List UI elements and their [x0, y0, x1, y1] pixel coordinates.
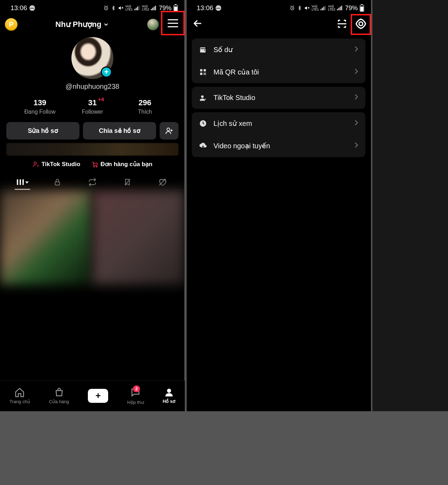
settings-drawer-screen: 13:06 — Vo))LTE1 Vo))LTE2 79% [186, 0, 371, 411]
edit-profile-button[interactable]: Sửa hồ sơ [6, 122, 79, 140]
inbox-badge: 2 [133, 385, 140, 392]
scan-button[interactable] [337, 19, 347, 30]
volte-icon: Vo))LTE1 [125, 5, 133, 11]
svg-rect-24 [55, 182, 60, 185]
followers-count: 31 [66, 98, 119, 107]
nav-inbox[interactable]: 2 Hộp thư [127, 387, 144, 405]
svg-point-28 [167, 389, 171, 393]
cart-icon [91, 161, 98, 168]
grid-icon [16, 179, 24, 186]
gear-icon [355, 18, 366, 29]
svg-rect-13 [175, 4, 176, 5]
studio-link[interactable]: TikTok Studio [33, 161, 80, 168]
stats-row: 139 Đang Follow +4 31 Follower 296 Thích [0, 98, 185, 115]
svg-rect-33 [322, 8, 323, 10]
nav-create[interactable]: + [88, 389, 108, 403]
stat-likes[interactable]: 296 Thích [119, 98, 171, 115]
tab-videos[interactable] [12, 179, 33, 186]
signal-1-icon [321, 6, 326, 10]
svg-rect-10 [155, 6, 156, 10]
stat-following[interactable]: 139 Đang Follow [14, 98, 66, 115]
menu-history[interactable]: Lịch sử xem [192, 112, 365, 135]
add-friends-button[interactable] [160, 122, 178, 140]
menu-balance[interactable]: Số dư [192, 38, 365, 61]
orders-link-label: Đơn hàng của bạn [100, 161, 152, 168]
drawer-header [186, 14, 371, 35]
svg-rect-6 [139, 6, 139, 10]
svg-rect-38 [340, 7, 341, 10]
username[interactable]: @nhuphuong238 [0, 83, 185, 91]
share-profile-button[interactable]: Chia sẻ hồ sơ [83, 122, 156, 140]
svg-point-55 [201, 95, 204, 98]
nav-shop[interactable]: Cửa hàng [49, 387, 69, 404]
create-button[interactable]: + [88, 389, 108, 403]
chevron-right-icon [354, 94, 358, 102]
video-thumbnail[interactable] [0, 190, 92, 285]
svg-marker-45 [356, 19, 366, 29]
menu-studio-label: TikTok Studio [214, 94, 255, 102]
tab-reposts[interactable] [82, 178, 103, 186]
status-bar: 13:06 — Vo))LTE1 Vo))LTE2 79% [0, 0, 185, 14]
scan-icon [337, 19, 347, 29]
profile-screen: 13:06 — Vo))LTE1 Vo))LTE2 79% P Như Phượ… [0, 0, 185, 411]
svg-point-17 [34, 162, 36, 164]
menu-qr[interactable]: Mã QR của tôi [192, 61, 365, 83]
svg-rect-7 [151, 9, 152, 10]
mute-icon [304, 5, 310, 11]
status-time: 13:06 [10, 4, 27, 12]
svg-point-14 [167, 128, 170, 131]
menu-group-1: Số dư Mã QR của tôi [192, 38, 365, 83]
svg-rect-32 [321, 9, 321, 10]
menu-button-highlight [161, 11, 185, 35]
menu-button[interactable] [168, 19, 178, 27]
svg-marker-56 [205, 98, 206, 100]
nav-home[interactable]: Trang chủ [9, 387, 30, 404]
signal-1-icon [134, 6, 140, 10]
svg-marker-23 [25, 181, 29, 184]
tab-private[interactable] [47, 178, 68, 186]
menu-balance-label: Số dư [214, 45, 233, 54]
orders-link[interactable]: Đơn hàng của bạn [91, 161, 152, 168]
svg-rect-39 [341, 6, 342, 10]
svg-rect-12 [174, 7, 177, 11]
wallet-icon [199, 46, 207, 54]
svg-rect-8 [152, 8, 153, 10]
nav-shop-label: Cửa hàng [49, 399, 69, 404]
menu-studio[interactable]: TikTok Studio [192, 87, 365, 109]
status-icons: Vo))LTE1 Vo))LTE2 79% [289, 4, 365, 12]
nav-home-label: Trang chủ [9, 399, 30, 404]
likes-count: 296 [119, 98, 171, 107]
svg-rect-52 [205, 74, 206, 75]
studio-person-icon [199, 94, 207, 102]
menu-offline[interactable]: Video ngoại tuyến [192, 135, 365, 157]
avatar-block: + @nhuphuong238 [0, 37, 185, 91]
tab-liked[interactable] [152, 178, 173, 186]
add-story-icon[interactable]: + [101, 66, 112, 78]
chevron-right-icon [354, 46, 358, 54]
settings-button[interactable] [355, 18, 366, 31]
stat-followers[interactable]: +4 31 Follower [66, 98, 119, 115]
chevron-right-icon [354, 142, 358, 150]
coin-button[interactable]: P [5, 18, 18, 31]
svg-rect-36 [337, 9, 338, 10]
back-button[interactable] [192, 18, 203, 31]
shop-icon [54, 387, 64, 398]
account-avatar-small[interactable] [147, 19, 159, 30]
studio-link-label: TikTok Studio [42, 161, 80, 168]
menu-history-label: Lịch sử xem [214, 119, 252, 128]
qr-icon [199, 68, 207, 76]
arrow-left-icon [192, 18, 203, 29]
chevron-right-icon [354, 120, 358, 128]
menu-group-2: TikTok Studio [192, 87, 365, 109]
nav-profile[interactable]: Hồ sơ [163, 387, 175, 404]
svg-rect-9 [154, 7, 154, 10]
account-switcher[interactable]: Như Phượng [55, 20, 109, 29]
profile-avatar[interactable]: + [71, 37, 113, 79]
settings-button-highlight [351, 14, 371, 35]
chevron-right-icon [354, 68, 358, 76]
lock-icon [54, 178, 61, 186]
video-thumbnail[interactable] [92, 190, 185, 285]
bottom-nav: Trang chủ Cửa hàng + 2 Hộp thư Hồ sơ [0, 380, 185, 411]
tab-saved[interactable] [117, 178, 138, 186]
nav-inbox-label: Hộp thư [127, 400, 144, 405]
